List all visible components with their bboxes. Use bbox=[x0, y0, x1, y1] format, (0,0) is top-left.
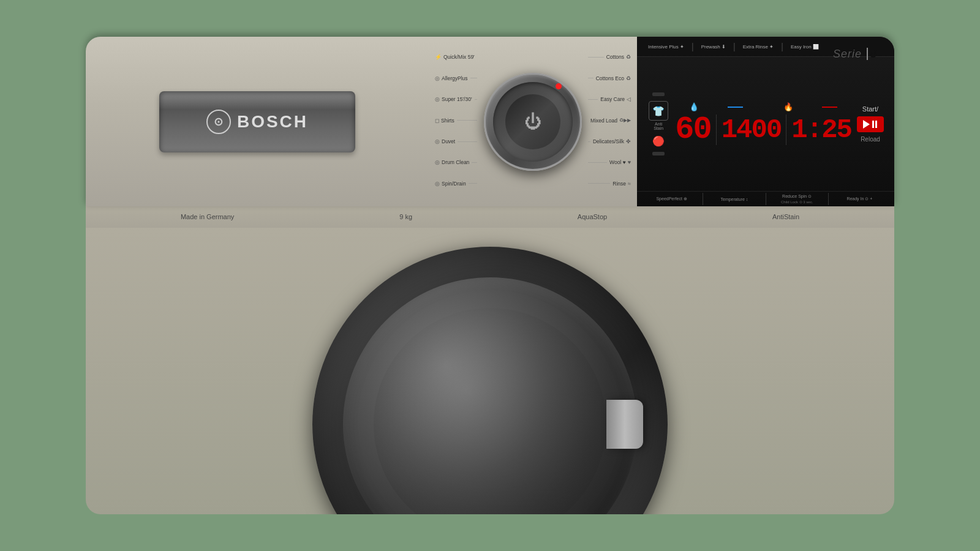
made-in-label: Made in Germany bbox=[181, 213, 234, 220]
program-cottons-eco[interactable]: ♻ Cottons Eco bbox=[586, 75, 631, 81]
serie-badge: Serie 8 bbox=[833, 48, 877, 61]
display-icons-row: 💧 🔥 bbox=[675, 102, 851, 111]
anti-stain-indicator: 👕 AntiStain bbox=[649, 101, 668, 130]
intensive-plus-button[interactable]: Intensive Plus ✦ bbox=[644, 42, 688, 51]
start-label: Start/ bbox=[862, 105, 878, 113]
easy-iron-button[interactable]: Easy Iron ⬜ bbox=[787, 42, 823, 51]
brand-section: ⊙ BOSCH bbox=[86, 37, 429, 206]
spin-speed-display: 1400 bbox=[722, 116, 782, 143]
temperature-display: 60 bbox=[675, 114, 710, 146]
door-inner-ring bbox=[343, 277, 637, 514]
program-easy-care[interactable]: ◁ Easy Care bbox=[586, 96, 631, 102]
dial-outer-ring: ⏻ bbox=[484, 73, 582, 171]
program-shirts[interactable]: ◻ Shirts bbox=[435, 118, 480, 124]
reload-label: Reload bbox=[861, 136, 880, 143]
brand-name: BOSCH bbox=[237, 112, 308, 132]
play-icon bbox=[863, 120, 870, 129]
washing-machine: Serie 8 ⊙ BOSCH ⚡ Quick/Mix 59' bbox=[86, 37, 894, 514]
door-glass bbox=[374, 308, 606, 514]
main-readings-row: 60 1400 1:25 bbox=[675, 114, 851, 146]
start-pause-button[interactable] bbox=[857, 116, 884, 132]
stain-type-icon: 🔴 bbox=[652, 135, 665, 147]
display-panel: Intensive Plus ✦ | Prewash ⬇ | Extra Rin… bbox=[637, 37, 894, 206]
water-drop-icon: 💧 bbox=[689, 102, 699, 111]
program-wool[interactable]: ♥ Wool ♥ bbox=[586, 159, 631, 165]
indicator-top bbox=[652, 92, 665, 96]
bosch-circle-icon: ⊙ bbox=[206, 110, 231, 134]
prewash-button[interactable]: Prewash ⬇ bbox=[698, 42, 729, 51]
main-display: 👕 AntiStain 🔴 💧 🔥 bbox=[637, 57, 894, 191]
top-panel: Serie 8 ⊙ BOSCH ⚡ Quick/Mix 59' bbox=[86, 37, 894, 206]
program-cottons[interactable]: ♻ Cottons bbox=[586, 54, 631, 60]
capacity-label: 9 kg bbox=[399, 213, 412, 220]
extra-rinse-button[interactable]: Extra Rinse ✦ bbox=[739, 42, 778, 51]
dial-indicator bbox=[556, 83, 562, 89]
dial-middle-ring: ⏻ bbox=[493, 82, 573, 162]
program-labels-right: ♻ Cottons ♻ Cottons Eco ◁ Easy Care ♻▶▶ … bbox=[586, 48, 631, 195]
reduce-spin-label[interactable]: Reduce Spin ⊙ Child Lock ⊙ 3 sec. bbox=[766, 194, 828, 204]
program-rinse[interactable]: ≈ Rinse bbox=[586, 181, 631, 187]
program-spin-drain[interactable]: ◎ Spin/Drain bbox=[435, 181, 480, 187]
ready-in-label[interactable]: Ready In ⊙ + bbox=[829, 197, 891, 201]
anti-stain-label: AntiStain bbox=[654, 122, 663, 130]
logo-plate: ⊙ BOSCH bbox=[159, 91, 355, 152]
program-duvet[interactable]: ◎ Duvet bbox=[435, 138, 480, 144]
program-selector-section: ⚡ Quick/Mix 59' ◎ AllergyPlus ◎ Super 15… bbox=[429, 37, 637, 206]
temperature-label[interactable]: Temperature ↕ bbox=[703, 197, 765, 201]
bottom-info-strip: Made in Germany 9 kg AquaStop AntiStain bbox=[86, 206, 894, 227]
time-display: 1:25 bbox=[791, 116, 851, 143]
program-mixed-load[interactable]: ♻▶▶ Mixed Load bbox=[586, 118, 631, 124]
antistain-label: AntiStain bbox=[772, 213, 799, 220]
red-dash bbox=[822, 107, 837, 108]
dial-center-button[interactable]: ⏻ bbox=[505, 94, 560, 149]
bosch-logo: ⊙ BOSCH bbox=[206, 110, 308, 134]
anti-stain-icon: 👕 bbox=[649, 101, 668, 121]
program-super[interactable]: ◎ Super 15'/30' bbox=[435, 96, 480, 102]
indicator-bottom bbox=[652, 152, 665, 156]
bottom-labels: SpeedPerfect ⊕ Temperature ↕ Reduce Spin… bbox=[637, 191, 894, 206]
program-delicates[interactable]: ✤ Delicates/Silk bbox=[586, 138, 631, 144]
machine-door-section bbox=[86, 228, 894, 514]
program-labels-left: ⚡ Quick/Mix 59' ◎ AllergyPlus ◎ Super 15… bbox=[435, 48, 480, 195]
blue-dash bbox=[728, 107, 743, 108]
program-allergy[interactable]: ◎ AllergyPlus bbox=[435, 75, 480, 81]
door-handle[interactable] bbox=[606, 400, 643, 449]
display-digits: 💧 🔥 60 1400 1:25 bbox=[675, 59, 851, 189]
heat-icon: 🔥 bbox=[783, 102, 793, 111]
display-left-icons: 👕 AntiStain 🔴 bbox=[642, 59, 675, 189]
pause-icon bbox=[872, 121, 877, 128]
program-dial[interactable]: ⏻ bbox=[484, 73, 582, 171]
program-drum-clean[interactable]: ◎ Drum Clean bbox=[435, 159, 480, 165]
speed-perfect-label[interactable]: SpeedPerfect ⊕ bbox=[641, 197, 703, 201]
program-quick-mix[interactable]: ⚡ Quick/Mix 59' bbox=[435, 54, 480, 60]
start-controls: Start/ Reload bbox=[851, 59, 889, 189]
aquastop-label: AquaStop bbox=[578, 213, 607, 220]
door-outer-ring bbox=[312, 247, 668, 514]
